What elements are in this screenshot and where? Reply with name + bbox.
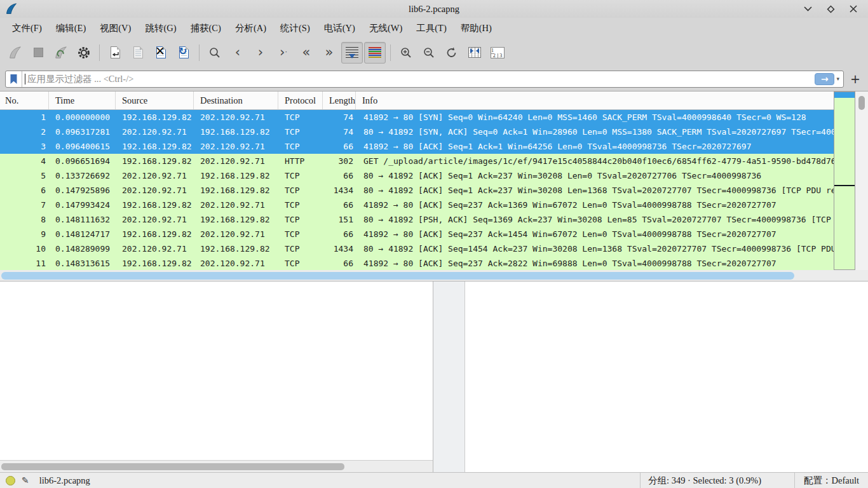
packet-list-hscrollbar[interactable] — [0, 270, 868, 281]
packet-details-pane[interactable] — [0, 281, 433, 472]
cell-length[interactable]: 66 — [323, 168, 356, 183]
details-hscrollbar[interactable] — [0, 460, 433, 472]
cell-info[interactable]: 41892 → 80 [ACK] Seq=1 Ack=1 Win=64256 L… — [356, 139, 834, 154]
column-header-length[interactable]: Length — [323, 92, 356, 109]
cell-length[interactable]: 1434 — [323, 241, 356, 256]
cell-length[interactable]: 1434 — [323, 183, 356, 198]
last-packet-icon[interactable]: » — [318, 42, 340, 64]
cell-time[interactable]: 0.096651694 — [49, 154, 116, 168]
cell-no[interactable]: 3 — [0, 139, 49, 154]
cell-destination[interactable]: 192.168.129.82 — [194, 125, 278, 139]
cell-time[interactable]: 0.148313615 — [49, 256, 116, 270]
cell-protocol[interactable]: TCP — [278, 139, 323, 154]
cell-time[interactable]: 0.133726692 — [49, 168, 116, 183]
cell-length[interactable]: 74 — [323, 110, 356, 125]
cell-length[interactable]: 302 — [323, 154, 356, 168]
auto-scroll-icon[interactable] — [341, 42, 363, 64]
column-header-no[interactable]: No. — [0, 92, 49, 109]
cell-protocol[interactable]: TCP — [278, 110, 323, 125]
resize-columns-icon[interactable] — [464, 42, 485, 64]
column-header-protocol[interactable]: Protocol — [278, 92, 323, 109]
cell-length[interactable]: 66 — [323, 227, 356, 241]
cell-time[interactable]: 0.148124717 — [49, 227, 116, 241]
cell-protocol[interactable]: TCP — [278, 256, 323, 270]
colorize-icon[interactable] — [364, 42, 386, 64]
stop-capture-icon[interactable] — [27, 42, 49, 64]
cell-protocol[interactable]: TCP — [278, 168, 323, 183]
cell-no[interactable]: 8 — [0, 212, 49, 227]
pane-splitter[interactable] — [433, 281, 465, 472]
cell-time[interactable]: 0.147925896 — [49, 183, 116, 198]
cell-protocol[interactable]: TCP — [278, 125, 323, 139]
cell-protocol[interactable]: HTTP — [278, 154, 323, 168]
cell-no[interactable]: 11 — [0, 256, 49, 270]
column-header-info[interactable]: Info — [356, 92, 834, 109]
filter-bookmark-icon[interactable] — [6, 71, 22, 87]
menu-item-1[interactable]: 编辑(E) — [49, 20, 93, 37]
cell-destination[interactable]: 192.168.129.82 — [194, 241, 278, 256]
cell-source[interactable]: 192.168.129.82 — [116, 227, 194, 241]
cell-protocol[interactable]: TCP — [278, 227, 323, 241]
cell-time[interactable]: 0.147993424 — [49, 198, 116, 212]
packet-row-7[interactable]: 70.147993424192.168.129.82202.120.92.71T… — [0, 198, 834, 212]
add-filter-button[interactable]: + — [848, 72, 863, 86]
cell-source[interactable]: 192.168.129.82 — [116, 256, 194, 270]
cell-info[interactable]: 80 → 41892 [SYN, ACK] Seq=0 Ack=1 Win=28… — [356, 125, 834, 139]
cell-length[interactable]: 66 — [323, 198, 356, 212]
cell-no[interactable]: 9 — [0, 227, 49, 241]
zoom-out-icon[interactable] — [418, 42, 440, 64]
menu-item-2[interactable]: 视图(V) — [93, 20, 138, 37]
menu-item-8[interactable]: 无线(W) — [362, 20, 409, 37]
cell-destination[interactable]: 202.120.92.71 — [194, 256, 278, 270]
cell-no[interactable]: 10 — [0, 241, 49, 256]
cell-length[interactable]: 151 — [323, 212, 356, 227]
cell-time[interactable]: 0.148289099 — [49, 241, 116, 256]
cell-protocol[interactable]: TCP — [278, 198, 323, 212]
packet-row-3[interactable]: 30.096400615192.168.129.82202.120.92.71T… — [0, 139, 834, 154]
save-file-icon[interactable] — [127, 42, 149, 64]
layout-icon[interactable]: 123 — [487, 42, 508, 64]
open-file-icon[interactable] — [104, 42, 126, 64]
cell-info[interactable]: 80 → 41892 [ACK] Seq=1 Ack=237 Win=30208… — [356, 168, 834, 183]
column-header-time[interactable]: Time — [49, 92, 116, 109]
packet-row-11[interactable]: 110.148313615192.168.129.82202.120.92.71… — [0, 256, 834, 270]
capture-options-icon[interactable] — [73, 42, 95, 64]
expert-info-icon[interactable] — [6, 476, 15, 485]
packet-row-2[interactable]: 20.096317281202.120.92.71192.168.129.82T… — [0, 125, 834, 139]
cell-destination[interactable]: 192.168.129.82 — [194, 212, 278, 227]
packet-row-6[interactable]: 60.147925896202.120.92.71192.168.129.82T… — [0, 183, 834, 198]
cell-time[interactable]: 0.000000000 — [49, 110, 116, 125]
menu-item-0[interactable]: 文件(F) — [5, 20, 49, 37]
details-hscrollbar-thumb[interactable] — [1, 463, 344, 470]
packet-row-5[interactable]: 50.133726692202.120.92.71192.168.129.82T… — [0, 168, 834, 183]
cell-info[interactable]: 41892 → 80 [SYN] Seq=0 Win=64240 Len=0 M… — [356, 110, 834, 125]
cell-source[interactable]: 192.168.129.82 — [116, 198, 194, 212]
cell-source[interactable]: 202.120.92.71 — [116, 241, 194, 256]
go-to-packet-icon[interactable]: ›· — [273, 42, 294, 64]
cell-source[interactable]: 202.120.92.71 — [116, 168, 194, 183]
packet-row-8[interactable]: 80.148111632202.120.92.71192.168.129.82T… — [0, 212, 834, 227]
close-file-icon[interactable]: ✕ — [150, 42, 172, 64]
packet-row-4[interactable]: 40.096651694192.168.129.82202.120.92.71H… — [0, 154, 834, 168]
cell-no[interactable]: 2 — [0, 125, 49, 139]
capture-comment-icon[interactable]: ✎ — [22, 475, 29, 485]
menu-item-5[interactable]: 分析(A) — [228, 20, 273, 37]
column-header-source[interactable]: Source — [116, 92, 194, 109]
start-capture-icon[interactable] — [4, 42, 26, 64]
maximize-icon[interactable] — [824, 3, 837, 15]
cell-protocol[interactable]: TCP — [278, 241, 323, 256]
cell-source[interactable]: 202.120.92.71 — [116, 125, 194, 139]
go-forward-icon[interactable]: › — [250, 42, 271, 64]
cell-source[interactable]: 202.120.92.71 — [116, 212, 194, 227]
cell-no[interactable]: 6 — [0, 183, 49, 198]
cell-time[interactable]: 0.096317281 — [49, 125, 116, 139]
reload-file-icon[interactable]: ↻ — [173, 42, 194, 64]
menu-item-6[interactable]: 统计(S) — [273, 20, 317, 37]
cell-info[interactable]: 80 → 41892 [PSH, ACK] Seq=1369 Ack=237 W… — [356, 212, 834, 227]
cell-source[interactable]: 192.168.129.82 — [116, 154, 194, 168]
cell-destination[interactable]: 202.120.92.71 — [194, 198, 278, 212]
intelligent-scrollbar-minimap[interactable] — [834, 92, 855, 270]
packet-bytes-pane[interactable] — [465, 281, 868, 472]
apply-filter-icon[interactable]: → — [815, 73, 834, 85]
menu-item-9[interactable]: 工具(T) — [409, 20, 454, 37]
